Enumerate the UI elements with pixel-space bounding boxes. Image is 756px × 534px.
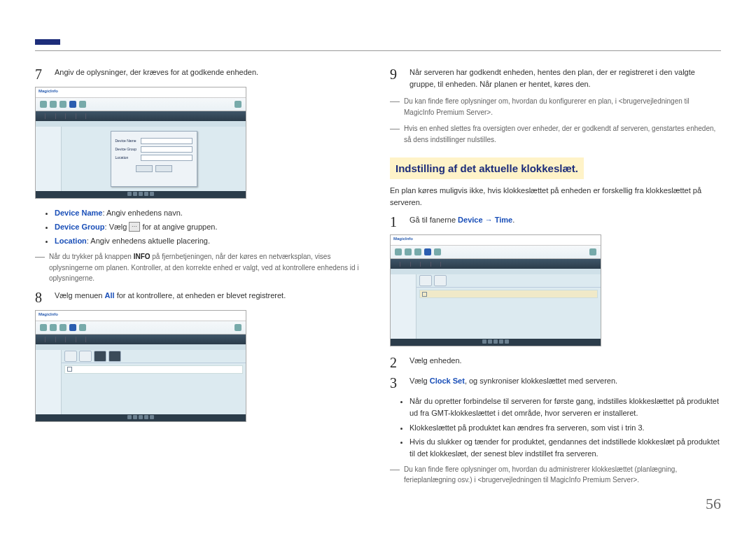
device-group-label: Device Group: [55, 223, 105, 231]
note-body: Du kan finde flere oplysninger om, hvord…: [404, 464, 721, 486]
step8-post: for at kontrollere, at enheden er blevet…: [115, 291, 286, 300]
arrow-icon: →: [483, 216, 495, 224]
screenshot-brand: MagicInfo: [36, 311, 246, 321]
device-group-text-post: for at angive gruppen.: [140, 223, 217, 231]
left-column: 7 Angiv de oplysninger, der kræves for a…: [35, 66, 366, 491]
dlg-location-label: Location: [115, 155, 138, 161]
step3-clock-set: Clock Set: [430, 377, 465, 385]
bullet-change-from-server: Klokkeslættet på produktet kan ændres fr…: [410, 422, 721, 434]
screenshot-topnav: [36, 98, 246, 111]
step1-post: .: [512, 216, 514, 224]
bullet-device-group: Device Group: Vælg ⋯ for at angive grupp…: [55, 221, 366, 233]
step8-all: All: [105, 291, 115, 300]
screenshot-tabs: [36, 335, 246, 344]
page: 7 Angiv de oplysninger, der kræves for a…: [0, 0, 756, 534]
note-device-deleted: ― Hvis en enhed slettes fra oversigten o…: [390, 123, 721, 145]
step-text: Vælg Clock Set, og synkroniser klokkeslæ…: [410, 375, 721, 390]
step-number: 9: [390, 66, 401, 90]
step-9: 9 Når serveren har godkendt enheden, hen…: [390, 66, 721, 90]
step-2: 2 Vælg enheden.: [390, 355, 721, 370]
step1-device: Device: [458, 216, 482, 224]
bullet-gmt: Når du opretter forbindelse til serveren…: [410, 395, 721, 419]
screenshot-topnav: [36, 321, 246, 335]
right-column: 9 Når serveren har godkendt enheden, hen…: [390, 66, 721, 491]
step-7: 7 Angiv de oplysninger, der kræves for a…: [35, 66, 366, 81]
note-body: Hvis en enhed slettes fra oversigten ove…: [404, 123, 721, 145]
two-column-layout: 7 Angiv de oplysninger, der kræves for a…: [35, 66, 721, 491]
dash-icon: ―: [35, 251, 45, 284]
note-pre: Når du trykker på knappen: [49, 253, 134, 260]
device-name-text: : Angiv enhedens navn.: [103, 209, 183, 217]
screenshot-tabs: [36, 111, 246, 121]
section-intro: En plan køres muligvis ikke, hvis klokke…: [390, 185, 721, 209]
dash-icon: ―: [390, 123, 400, 145]
step-number: 8: [35, 290, 46, 304]
step-number: 7: [35, 66, 46, 81]
screenshot-tabs: [391, 259, 601, 269]
step-8: 8 Vælg menuen All for at kontrollere, at…: [35, 290, 366, 304]
note-configure-plan: ― Du kan finde flere oplysninger om, hvo…: [390, 96, 721, 118]
dlg-device-name-label: Device Name: [115, 139, 138, 144]
step3-pre: Vælg: [410, 377, 430, 385]
step-1: 1 Gå til fanerne Device → Time.: [390, 214, 721, 229]
page-header-rule: [35, 0, 721, 51]
step-number: 2: [390, 355, 401, 370]
screenshot-all-devices: MagicInfo: [35, 310, 246, 422]
info-note: ― Når du trykker på knappen INFO på fjer…: [35, 251, 366, 284]
screenshot-topnav: [391, 246, 601, 259]
step-text: Angiv de oplysninger, der kræves for at …: [55, 66, 366, 81]
page-number: 56: [706, 492, 721, 516]
field-definitions: Device Name: Angiv enhedens navn. Device…: [35, 207, 366, 247]
section-heading-clock: Indstilling af det aktuelle klokkeslæt.: [390, 157, 584, 179]
step1-pre: Gå til fanerne: [410, 216, 458, 224]
screenshot-approve-device: MagicInfo Device Name D: [35, 87, 246, 199]
step-text: Vælg enheden.: [410, 355, 721, 370]
bullet-device-name: Device Name: Angiv enhedens navn.: [55, 207, 366, 219]
note-bold-info: INFO: [134, 253, 150, 260]
device-group-text-pre: : Vælg: [105, 223, 130, 231]
screenshot-brand: MagicInfo: [391, 235, 601, 246]
note-manage-clock: ― Du kan finde flere oplysninger om, hvo…: [390, 464, 721, 486]
step1-time: Time: [495, 216, 512, 224]
step8-pre: Vælg menuen: [55, 291, 105, 300]
step-text: Når serveren har godkendt enheden, hente…: [410, 66, 721, 90]
step-number: 3: [390, 375, 401, 390]
step-3: 3 Vælg Clock Set, og synkroniser klokkes…: [390, 375, 721, 390]
note-body: Du kan finde flere oplysninger om, hvord…: [404, 96, 721, 118]
screenshot-device-time: MagicInfo: [390, 234, 601, 346]
approve-dialog: Device Name Device Group Location: [111, 131, 197, 187]
dash-icon: ―: [390, 96, 400, 118]
step-text: Gå til fanerne Device → Time.: [410, 214, 721, 229]
step-text: Vælg menuen All for at kontrollere, at e…: [55, 290, 366, 304]
screenshot-brand: MagicInfo: [36, 87, 246, 98]
bullet-power-cycle: Hvis du slukker og tænder for produktet,…: [410, 436, 721, 460]
dlg-device-group-label: Device Group: [115, 147, 138, 153]
bullet-location: Location: Angiv enhedens aktuelle placer…: [55, 235, 366, 247]
ellipsis-icon: ⋯: [129, 222, 140, 232]
step3-post: , og synkroniser klokkeslættet med serve…: [465, 377, 617, 385]
location-label: Location: [55, 237, 87, 245]
dash-icon: ―: [390, 464, 400, 486]
clock-bullets: Når du opretter forbindelse til serveren…: [390, 395, 721, 459]
device-name-label: Device Name: [55, 209, 103, 217]
step-number: 1: [390, 214, 401, 229]
location-text: : Angiv enhedens aktuelle placering.: [87, 237, 210, 245]
